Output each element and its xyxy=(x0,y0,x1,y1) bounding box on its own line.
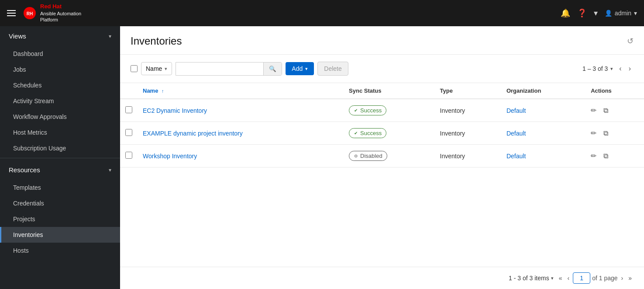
page-size-select[interactable]: 1 - 3 of 3 items ▾ xyxy=(509,275,554,282)
add-button[interactable]: Add ▾ xyxy=(286,62,314,75)
delete-button[interactable]: Delete xyxy=(317,62,348,76)
add-chevron-icon: ▾ xyxy=(305,66,308,72)
toolbar-pagination-nav: ‹ › xyxy=(616,63,634,74)
sync-status-badge: ✔ Success xyxy=(349,128,386,138)
table-header-row: Name ↑ Sync Status Type Organization Act… xyxy=(120,83,644,99)
select-all-checkbox[interactable] xyxy=(131,65,138,72)
sidebar: Views ▾ Dashboard Jobs Schedules Activit… xyxy=(0,26,120,289)
th-sync-status: Sync Status xyxy=(344,83,434,99)
search-input-wrap: 🔍 xyxy=(176,62,282,76)
table-row: EC2 Dynamic Inventory ✔ Success Inventor… xyxy=(120,99,644,122)
sidebar-item-templates[interactable]: Templates xyxy=(0,180,120,195)
organization-link[interactable]: Default xyxy=(506,153,526,160)
user-menu[interactable]: 👤 admin ▾ xyxy=(605,10,637,17)
items-text: 1 - 3 of 3 items xyxy=(509,275,549,282)
table-footer: 1 - 3 of 3 items ▾ « ‹ of 1 page › » xyxy=(120,267,644,289)
inventories-table-wrap: Name ↑ Sync Status Type Organization Act… xyxy=(120,83,644,267)
edit-icon[interactable]: ✏ xyxy=(591,129,596,137)
search-input[interactable] xyxy=(176,63,263,75)
copy-icon[interactable]: ⧉ xyxy=(603,152,608,160)
views-chevron-icon: ▾ xyxy=(109,33,111,39)
sync-status-badge: ✔ Success xyxy=(349,105,386,115)
sidebar-item-schedules[interactable]: Schedules xyxy=(0,77,120,93)
row-checkbox[interactable] xyxy=(125,152,132,159)
sidebar-views-items: Dashboard Jobs Schedules Activity Stream… xyxy=(0,46,120,156)
row-checkbox[interactable] xyxy=(125,106,132,113)
inventory-name-link[interactable]: EC2 Dynamic Inventory xyxy=(143,107,207,114)
table-row: Workshop Inventory ⊖ Disabled Inventory … xyxy=(120,145,644,167)
inventory-type: Inventory xyxy=(435,145,501,167)
hamburger-menu[interactable] xyxy=(7,10,16,16)
copy-icon[interactable]: ⧉ xyxy=(603,107,608,115)
edit-icon[interactable]: ✏ xyxy=(591,106,596,115)
edit-icon[interactable]: ✏ xyxy=(591,152,596,160)
footer-next-button[interactable]: › xyxy=(620,273,625,283)
table-toolbar: Name ▾ 🔍 Add ▾ Delete 1 – 3 of 3 ▾ ‹ xyxy=(120,55,644,83)
username-label: admin xyxy=(615,10,631,17)
inventory-name-link[interactable]: EXAMPLE dynamic project inventory xyxy=(143,130,243,137)
refresh-icon[interactable]: ↺ xyxy=(627,36,634,46)
user-dropdown-arrow[interactable]: ▾ xyxy=(634,10,637,17)
page-number-input[interactable] xyxy=(573,272,590,284)
sidebar-resources-header[interactable]: Resources ▾ xyxy=(0,160,120,180)
sidebar-item-credentials[interactable]: Credentials xyxy=(0,195,120,211)
th-type: Type xyxy=(435,83,501,99)
toolbar-prev-button[interactable]: ‹ xyxy=(616,63,624,74)
add-label: Add xyxy=(292,65,303,72)
notifications-icon[interactable]: 🔔 xyxy=(561,8,570,18)
sort-icon: ↑ xyxy=(162,88,164,94)
of-page-text: of 1 page xyxy=(592,275,617,282)
sidebar-item-subscription-usage[interactable]: Subscription Usage xyxy=(0,140,120,156)
footer-pagination-nav: « ‹ of 1 page › » xyxy=(557,272,634,284)
redhat-logo-icon: RH xyxy=(23,6,37,20)
row-actions: ✏ ⧉ xyxy=(591,152,639,160)
sync-status-dot: ⊖ xyxy=(354,154,358,158)
help-icon[interactable]: ❓ xyxy=(577,8,587,18)
pagination-dropdown-arrow[interactable]: ▾ xyxy=(610,66,613,72)
toolbar-next-button[interactable]: › xyxy=(626,63,634,74)
page-header: Inventories ↺ xyxy=(120,26,644,55)
sidebar-item-workflow-approvals[interactable]: Workflow Approvals xyxy=(0,109,120,125)
filter-dropdown[interactable]: Name ▾ xyxy=(141,62,172,75)
help-dropdown-arrow[interactable]: ▾ xyxy=(594,8,598,18)
sidebar-item-jobs[interactable]: Jobs xyxy=(0,62,120,77)
top-navbar: RH Red Hat Ansible Automation Platform 🔔… xyxy=(0,0,644,26)
sync-status-badge: ⊖ Disabled xyxy=(349,151,387,161)
sidebar-item-dashboard[interactable]: Dashboard xyxy=(0,46,120,62)
pagination-info: 1 – 3 of 3 ▾ xyxy=(582,65,613,72)
row-actions: ✏ ⧉ xyxy=(591,106,639,115)
th-name[interactable]: Name ↑ xyxy=(138,83,344,99)
sidebar-item-hosts[interactable]: Hosts xyxy=(0,243,120,258)
search-button[interactable]: 🔍 xyxy=(263,63,282,75)
organization-link[interactable]: Default xyxy=(506,107,526,114)
main-content: Inventories ↺ Name ▾ 🔍 Add ▾ Delete xyxy=(120,26,644,289)
sync-status-dot: ✔ xyxy=(354,108,358,113)
filter-chevron-icon: ▾ xyxy=(165,66,167,72)
sidebar-divider xyxy=(0,158,120,158)
pagination-text: 1 – 3 of 3 xyxy=(582,65,608,72)
row-actions: ✏ ⧉ xyxy=(591,129,639,137)
user-icon: 👤 xyxy=(605,10,612,17)
items-dropdown-icon[interactable]: ▾ xyxy=(551,275,554,281)
inventories-table: Name ↑ Sync Status Type Organization Act… xyxy=(120,83,644,167)
sidebar-views-header[interactable]: Views ▾ xyxy=(0,26,120,46)
sidebar-item-activity-stream[interactable]: Activity Stream xyxy=(0,93,120,109)
sidebar-item-host-metrics[interactable]: Host Metrics xyxy=(0,125,120,140)
resources-chevron-icon: ▾ xyxy=(109,167,111,173)
sidebar-item-projects[interactable]: Projects xyxy=(0,211,120,227)
th-organization: Organization xyxy=(501,83,585,99)
inventory-type: Inventory xyxy=(435,122,501,145)
footer-first-button[interactable]: « xyxy=(557,273,564,283)
sidebar-item-inventories[interactable]: Inventories xyxy=(0,227,120,243)
brand-name: Red Hat Ansible Automation Platform xyxy=(40,3,81,23)
row-checkbox[interactable] xyxy=(125,129,132,136)
th-actions: Actions xyxy=(585,83,644,99)
footer-prev-button[interactable]: ‹ xyxy=(565,273,571,283)
inventory-type: Inventory xyxy=(435,99,501,122)
inventory-name-link[interactable]: Workshop Inventory xyxy=(143,153,197,160)
svg-text:RH: RH xyxy=(27,11,33,16)
organization-link[interactable]: Default xyxy=(506,130,526,137)
copy-icon[interactable]: ⧉ xyxy=(603,129,608,137)
footer-last-button[interactable]: » xyxy=(627,273,634,283)
table-row: EXAMPLE dynamic project inventory ✔ Succ… xyxy=(120,122,644,145)
